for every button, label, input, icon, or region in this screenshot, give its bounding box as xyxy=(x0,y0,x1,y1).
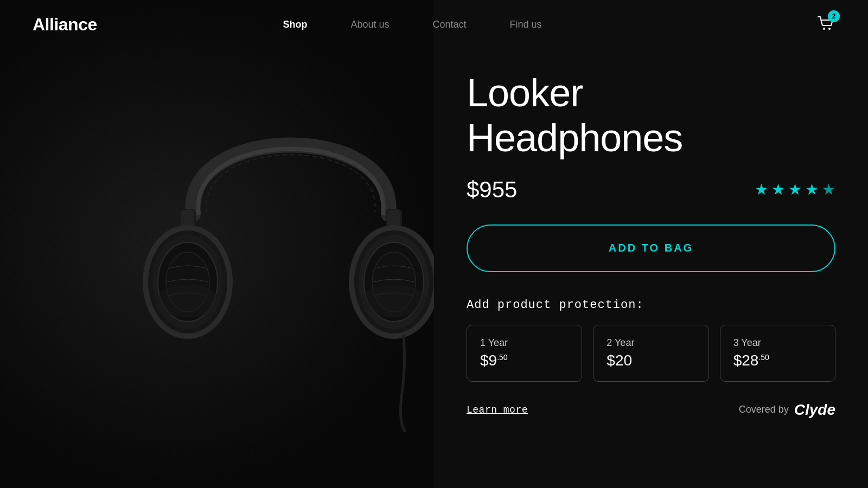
star-5: ★ xyxy=(822,181,835,198)
product-price: $955 xyxy=(467,177,517,203)
protection-footer: Learn more Covered by Clyde xyxy=(467,401,835,419)
price-rating-row: $955 ★ ★ ★ ★ ★ xyxy=(467,177,835,203)
brand-logo[interactable]: Alliance xyxy=(33,15,97,35)
svg-point-17 xyxy=(361,285,426,317)
nav-about[interactable]: About us xyxy=(350,19,389,30)
nav-contact[interactable]: Contact xyxy=(432,19,466,30)
star-rating: ★ ★ ★ ★ ★ xyxy=(755,181,835,198)
protection-1year-price: $9.50 xyxy=(480,352,569,369)
protection-3year-label: 3 Year xyxy=(733,337,822,349)
learn-more-link[interactable]: Learn more xyxy=(467,404,528,415)
svg-point-18 xyxy=(823,28,825,30)
navigation: Alliance Shop About us Contact Find us 2 xyxy=(0,0,868,49)
covered-by-label: Covered by xyxy=(739,404,789,415)
product-image-area xyxy=(0,0,434,488)
clyde-logo: Clyde xyxy=(794,401,835,419)
svg-point-16 xyxy=(155,285,220,317)
star-1: ★ xyxy=(755,181,768,198)
nav-links: Shop About us Contact Find us xyxy=(283,19,541,30)
protection-2year[interactable]: 2 Year $20 xyxy=(593,325,709,382)
protection-2year-price: $20 xyxy=(607,352,695,369)
add-to-bag-button[interactable]: ADD TO BAG xyxy=(467,224,835,272)
cart-badge: 2 xyxy=(828,10,840,22)
protection-2year-label: 2 Year xyxy=(607,337,695,349)
headphone-image xyxy=(106,41,434,447)
protection-label: Add product protection: xyxy=(467,298,835,312)
protection-1year[interactable]: 1 Year $9.50 xyxy=(467,325,582,382)
protection-options: 1 Year $9.50 2 Year $20 3 Year $28.50 xyxy=(467,325,835,382)
star-2: ★ xyxy=(771,181,785,198)
star-3: ★ xyxy=(788,181,802,198)
covered-by: Covered by Clyde xyxy=(739,401,835,419)
product-info-panel: Looker Headphones $955 ★ ★ ★ ★ ★ ADD TO … xyxy=(434,0,868,488)
svg-point-19 xyxy=(828,28,831,30)
product-title: Looker Headphones xyxy=(467,70,835,160)
cart-button[interactable]: 2 xyxy=(816,14,835,35)
nav-find[interactable]: Find us xyxy=(510,19,542,30)
nav-shop[interactable]: Shop xyxy=(283,19,307,30)
protection-1year-label: 1 Year xyxy=(480,337,569,349)
star-4: ★ xyxy=(805,181,819,198)
protection-3year-price: $28.50 xyxy=(733,352,822,369)
protection-3year[interactable]: 3 Year $28.50 xyxy=(720,325,835,382)
product-page: Looker Headphones $955 ★ ★ ★ ★ ★ ADD TO … xyxy=(0,0,868,488)
